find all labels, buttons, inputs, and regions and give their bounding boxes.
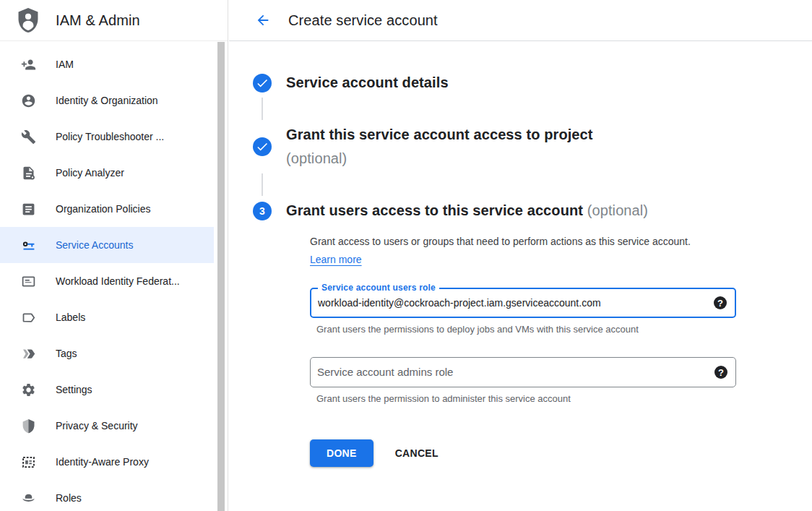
step-complete-check-icon [253, 74, 272, 93]
main-panel: Create service account Service account d… [229, 0, 812, 511]
step-2-header[interactable]: Grant this service account access to pro… [253, 123, 812, 171]
step-1-header[interactable]: Service account details [253, 71, 812, 95]
sidebar-item-workload-identity-federat[interactable]: Workload Identity Federat... [0, 263, 214, 299]
step-3-body: Grant access to users or groups that nee… [310, 233, 812, 467]
users-role-input[interactable] [311, 289, 714, 317]
sidebar-title: IAM & Admin [56, 12, 140, 29]
sidebar-item-identity-organization[interactable]: Identity & Organization [0, 82, 214, 119]
sidebar-item-privacy-security[interactable]: Privacy & Security [0, 408, 214, 444]
wizard-content: Service account details Grant this servi… [229, 41, 812, 467]
sidebar-item-label: Organization Policies [56, 203, 151, 215]
done-button[interactable]: DONE [310, 439, 373, 467]
step-3-description: Grant access to users or groups that nee… [310, 233, 714, 269]
roles-hat-icon [20, 490, 36, 506]
sidebar-item-labels[interactable]: Labels [0, 299, 214, 335]
sidebar-item-label: Identity-Aware Proxy [56, 456, 149, 468]
identity-card-icon [20, 273, 36, 289]
sidebar-item-label: Privacy & Security [56, 420, 138, 431]
step-3-description-text: Grant access to users or groups that nee… [310, 236, 691, 247]
sidebar-item-label: IAM [56, 59, 74, 70]
sidebar-item-label: Labels [56, 312, 85, 323]
sidebar-nav: IAM Identity & Organization Policy Troub… [0, 41, 214, 511]
sidebar-item-organization-policies[interactable]: Organization Policies [0, 191, 214, 227]
sidebar-scrollbar[interactable] [217, 42, 225, 511]
sidebar-item-identity-aware-proxy[interactable]: Identity-Aware Proxy [0, 444, 214, 480]
identity-person-icon [20, 93, 36, 108]
cancel-button[interactable]: CANCEL [395, 447, 439, 459]
step-3-number-badge: 3 [253, 202, 272, 220]
wrench-icon [20, 129, 36, 145]
action-buttons: DONE CANCEL [310, 439, 812, 467]
step-3-optional-label: (optional) [587, 202, 648, 218]
sidebar-item-label: Tags [56, 348, 77, 359]
sidebar-item-label: Identity & Organization [56, 95, 158, 106]
label-outline-icon [20, 309, 36, 325]
step-complete-check-icon [253, 137, 272, 156]
step-connector [262, 98, 263, 120]
sidebar-item-label: Policy Troubleshooter ... [56, 131, 164, 142]
step-1-title: Service account details [286, 71, 449, 95]
step-3-header[interactable]: 3 Grant users access to this service acc… [253, 199, 812, 223]
sidebar-item-label: Service Accounts [56, 239, 133, 251]
admins-role-helper-text: Grant users the permission to administer… [316, 393, 812, 404]
back-arrow-icon[interactable] [255, 12, 272, 29]
proxy-icon [20, 454, 36, 470]
users-role-field-label: Service account users role [318, 283, 439, 293]
service-account-users-role-field: Service account users role ? [310, 288, 736, 318]
sidebar-item-tags[interactable]: Tags [0, 335, 214, 372]
tag-filled-icon [20, 345, 36, 361]
sidebar-item-policy-analyzer[interactable]: Policy Analyzer [0, 155, 214, 191]
sidebar-item-label: Workload Identity Federat... [56, 275, 180, 287]
service-account-admins-role-field: ? [310, 357, 736, 387]
step-3-title: Grant users access to this service accou… [286, 199, 648, 223]
admins-role-input[interactable] [311, 358, 714, 387]
sidebar-item-roles[interactable]: Roles [0, 480, 214, 511]
sidebar-item-policy-troubleshooter[interactable]: Policy Troubleshooter ... [0, 119, 214, 155]
users-role-helper-text: Grant users the permissions to deploy jo… [316, 324, 812, 335]
step-3-optional-text: (optional) [587, 202, 648, 218]
sidebar-item-label: Policy Analyzer [56, 167, 124, 179]
step-2-optional-label: (optional) [286, 147, 593, 171]
sidebar-item-label: Roles [56, 492, 82, 504]
step-3-title-text: Grant users access to this service accou… [286, 202, 583, 218]
step-2-title-text: Grant this service account access to pro… [286, 126, 593, 142]
sidebar: IAM & Admin IAM Identity & Organization … [0, 0, 228, 511]
step-2-title: Grant this service account access to pro… [286, 123, 593, 171]
gear-icon [20, 382, 36, 398]
sidebar-header: IAM & Admin [0, 0, 228, 41]
page-title: Create service account [288, 12, 438, 29]
document-lines-icon [20, 201, 36, 217]
person-add-icon [20, 56, 36, 72]
sidebar-item-settings[interactable]: Settings [0, 372, 214, 408]
iam-shield-person-icon [16, 7, 40, 34]
topbar: Create service account [229, 0, 812, 41]
step-connector [262, 173, 263, 196]
sidebar-item-label: Settings [56, 384, 92, 395]
service-account-key-icon [20, 237, 36, 253]
policy-analyzer-icon [20, 165, 36, 181]
learn-more-link[interactable]: Learn more [310, 254, 362, 265]
sidebar-item-iam[interactable]: IAM [0, 46, 214, 82]
shield-icon [20, 418, 36, 434]
sidebar-item-service-accounts[interactable]: Service Accounts [0, 227, 214, 263]
help-icon[interactable]: ? [714, 366, 727, 379]
help-icon[interactable]: ? [714, 296, 727, 309]
